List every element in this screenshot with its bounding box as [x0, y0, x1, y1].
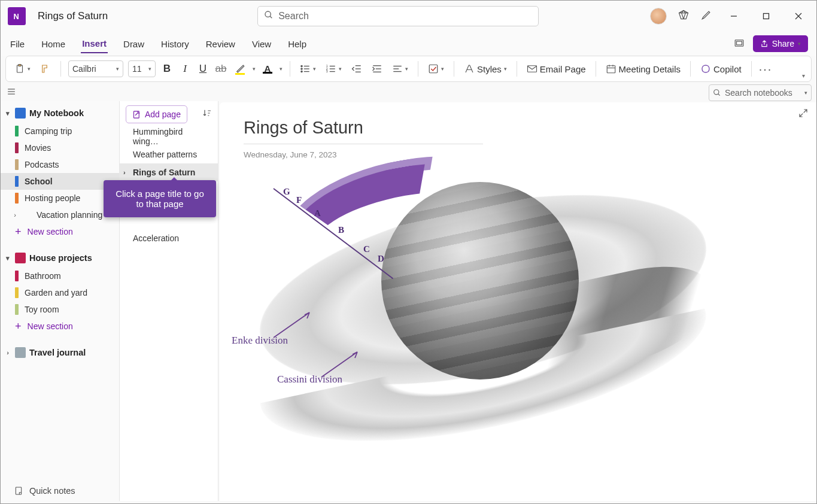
hamburger-icon[interactable] [7, 87, 16, 98]
page-content[interactable]: Rings of Saturn Wednesday, June 7, 2023 … [220, 102, 816, 501]
search-input[interactable]: Search [257, 6, 539, 26]
email-page-button[interactable]: Email Page [524, 62, 588, 76]
tab-file[interactable]: File [9, 35, 26, 53]
new-section-button[interactable]: +New section [1, 318, 119, 335]
numbering-button[interactable]: 123▾ [323, 62, 344, 76]
page-item-acceleration[interactable]: Acceleration [120, 229, 218, 247]
tab-help[interactable]: Help [287, 35, 308, 53]
close-button[interactable] [788, 7, 809, 26]
section-color [15, 193, 19, 204]
tab-insert[interactable]: Insert [81, 35, 108, 53]
section-vacation-planning[interactable]: ›Vacation planning [1, 207, 119, 223]
svg-text:3: 3 [326, 69, 328, 73]
section-school[interactable]: School [1, 173, 119, 190]
highlight-button[interactable] [232, 62, 248, 77]
new-section-button[interactable]: +New section [1, 223, 119, 240]
svg-rect-35 [607, 66, 615, 73]
font-select[interactable]: Cailbri▾ [68, 60, 123, 77]
svg-line-43 [718, 94, 720, 96]
section-color [15, 126, 19, 136]
secondbar: Search notebooks ▾ [1, 82, 816, 101]
svg-rect-34 [527, 66, 536, 72]
expand-icon[interactable] [798, 108, 808, 120]
svg-rect-45 [16, 487, 21, 494]
tab-draw[interactable]: Draw [122, 35, 145, 53]
ring-label-f: F [296, 195, 302, 205]
notebook-header-house-projects[interactable]: ▾ House projects [1, 248, 119, 268]
search-notebooks-input[interactable]: Search notebooks ▾ [709, 84, 812, 101]
notebook-icon [15, 108, 26, 119]
tab-history[interactable]: History [160, 35, 190, 53]
font-color-button[interactable]: A [260, 63, 275, 75]
quick-notes-button[interactable]: Quick notes [14, 485, 75, 496]
menubar: File Home Insert Draw History Review Vie… [1, 32, 816, 56]
section-color [15, 159, 19, 170]
meeting-details-button[interactable]: Meeting Details [603, 62, 683, 76]
italic-button[interactable]: I [178, 63, 192, 75]
svg-point-2 [265, 11, 271, 17]
ribbon-expand-icon[interactable]: ▾ [802, 72, 805, 81]
bullets-button[interactable]: ▾ [297, 62, 318, 76]
search-icon [264, 10, 274, 22]
section-camping-trip[interactable]: Camping trip [1, 123, 119, 139]
page-title[interactable]: Rings of Saturn [244, 118, 483, 144]
notebook-sidebar: ▾ My Notebook Camping trip Movies Podcas… [1, 101, 119, 501]
svg-point-42 [714, 90, 719, 95]
indent-button[interactable] [369, 62, 385, 76]
section-garden-and-yard[interactable]: Garden and yard [1, 284, 119, 301]
svg-text:N: N [14, 12, 19, 21]
add-page-button[interactable]: Add page [126, 105, 187, 123]
ring-label-a: A [314, 208, 321, 218]
chevron-down-icon[interactable]: ▾ [280, 66, 283, 72]
page-item-rings-of-saturn[interactable]: ›Rings of Saturn [120, 163, 218, 181]
svg-point-12 [301, 65, 302, 66]
copilot-button[interactable]: Copilot [698, 62, 744, 76]
strikethrough-button[interactable]: ab [214, 63, 227, 75]
tab-view[interactable]: View [251, 35, 272, 53]
maximize-button[interactable] [755, 7, 777, 26]
page-item-hummingbird[interactable]: Hummingbird wing… [120, 127, 218, 145]
notebook-header-my-notebook[interactable]: ▾ My Notebook [1, 104, 119, 123]
pen-icon[interactable] [700, 9, 712, 23]
chevron-down-icon[interactable]: ▾ [253, 66, 256, 72]
underline-button[interactable]: U [196, 63, 209, 75]
tab-review[interactable]: Review [205, 35, 236, 53]
ring-label-g: G [283, 187, 290, 197]
format-painter-button[interactable] [38, 62, 53, 76]
annotation-cassini: Cassini division [277, 374, 342, 385]
window-title: Rings of Saturn [38, 10, 108, 22]
sort-icon[interactable] [202, 108, 212, 120]
align-button[interactable]: ▾ [390, 62, 411, 76]
todo-tag-button[interactable]: ▾ [426, 62, 447, 76]
section-toy-room[interactable]: Toy room [1, 301, 119, 318]
tab-home[interactable]: Home [40, 35, 66, 53]
app-icon: N [8, 7, 26, 25]
minimize-button[interactable] [723, 7, 745, 26]
toolbar: ▾ Cailbri▾ 11▾ B I U ab ▾ A ▾ ▾ 123▾ ▾ ▾… [5, 56, 812, 82]
fullscreen-icon[interactable] [734, 38, 745, 50]
section-movies[interactable]: Movies [1, 139, 119, 156]
outdent-button[interactable] [349, 62, 365, 76]
size-select[interactable]: 11▾ [128, 60, 156, 77]
page-item-weather[interactable]: Weather patterns [120, 145, 218, 163]
ring-label-c: C [363, 244, 370, 254]
page-date: Wednesday, June 7, 2023 [244, 150, 792, 159]
section-podcasts[interactable]: Podcasts [1, 156, 119, 173]
notebook-header-travel-journal[interactable]: › Travel journal [1, 343, 119, 362]
more-button[interactable]: ··· [759, 62, 773, 76]
styles-button[interactable]: Styles▾ [461, 62, 509, 76]
section-hosting-people[interactable]: Hosting people [1, 190, 119, 207]
svg-rect-5 [764, 14, 769, 19]
section-bathroom[interactable]: Bathroom [1, 268, 119, 284]
premium-icon[interactable] [678, 9, 690, 23]
share-button[interactable]: Share ▾ [753, 35, 808, 52]
avatar[interactable] [650, 8, 667, 25]
paste-button[interactable]: ▾ [12, 62, 33, 76]
annotation-enke: Enke division [232, 335, 288, 347]
chevron-down-icon: ▾ [804, 90, 807, 96]
search-placeholder: Search [278, 11, 309, 22]
chevron-down-icon: ▾ [116, 66, 119, 72]
bold-button[interactable]: B [160, 63, 174, 75]
chevron-down-icon: ▾ [4, 110, 11, 117]
chevron-down-icon: ▾ [4, 254, 11, 262]
